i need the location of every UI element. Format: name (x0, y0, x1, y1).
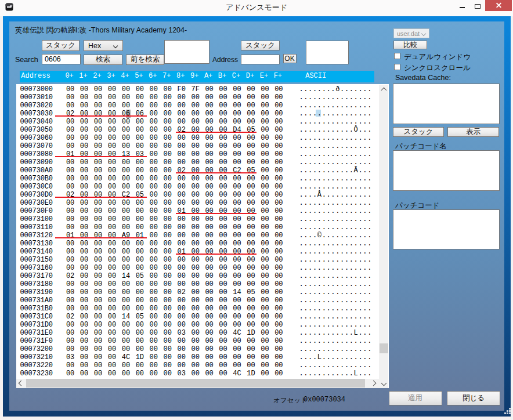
hex-byte[interactable]: 05 (136, 313, 144, 321)
hex-byte[interactable]: 00 (191, 370, 199, 378)
hex-byte[interactable]: 05 (247, 288, 255, 296)
resize-grip-icon[interactable] (504, 408, 511, 415)
hex-byte[interactable]: 00 (178, 361, 186, 370)
hex-byte[interactable]: 00 (191, 337, 199, 345)
hex-byte[interactable]: 00 (274, 288, 283, 296)
hex-byte[interactable]: 00 (80, 370, 88, 378)
hex-byte[interactable]: 00 (247, 305, 255, 313)
hex-byte[interactable]: 00 (108, 296, 116, 305)
hex-byte[interactable]: 00 (164, 321, 172, 329)
hex-byte[interactable]: 00 (80, 207, 88, 215)
hex-byte[interactable]: 03 (66, 353, 74, 361)
hex-byte[interactable]: 00 (219, 288, 227, 296)
hex-byte[interactable]: 00 (150, 134, 158, 142)
hex-byte[interactable]: 00 (219, 142, 227, 150)
hex-byte[interactable]: 00 (274, 337, 283, 345)
hex-byte[interactable]: 00 (94, 223, 102, 231)
hex-byte[interactable]: 00 (108, 158, 116, 166)
hex-byte[interactable]: 00 (233, 240, 241, 248)
hex-byte[interactable]: 00 (247, 158, 255, 166)
hex-byte[interactable]: 00 (178, 353, 186, 361)
hex-byte[interactable]: 00 (150, 142, 158, 150)
hex-byte[interactable]: 00 (261, 248, 269, 256)
hex-byte[interactable]: 00 (178, 191, 186, 199)
hex-byte[interactable]: 00 (261, 126, 269, 134)
hex-byte[interactable]: 00 (136, 240, 144, 248)
hex-row[interactable]: 000730C000000000000000000000000000000000… (16, 183, 389, 191)
hex-byte[interactable]: 00 (136, 361, 144, 370)
hex-byte[interactable]: 00 (150, 207, 158, 215)
hex-byte[interactable]: 00 (136, 329, 144, 337)
hex-row[interactable]: 0007316000000000000000000000000000000000… (16, 264, 389, 272)
hex-row[interactable]: 000730B000000000000000000000000000000000… (16, 175, 389, 183)
hex-byte[interactable]: 00 (178, 223, 186, 231)
hex-byte[interactable]: 00 (274, 175, 283, 183)
hex-byte[interactable]: 00 (274, 305, 283, 313)
hex-byte[interactable]: 00 (191, 110, 199, 118)
hex-byte[interactable]: 00 (274, 134, 283, 142)
hex-byte[interactable]: 00 (178, 280, 186, 288)
hex-byte[interactable]: 00 (164, 183, 172, 191)
hex-byte[interactable]: 00 (274, 110, 283, 118)
hex-row[interactable]: 0007302000000000000000000000000000000000… (16, 102, 389, 110)
hex-byte[interactable]: 00 (191, 142, 199, 150)
hex-byte[interactable]: 00 (136, 256, 144, 264)
hex-byte[interactable]: 00 (66, 256, 74, 264)
hex-byte[interactable]: 00 (94, 305, 102, 313)
hex-byte[interactable]: 00 (233, 313, 241, 321)
hex-byte[interactable]: 00 (108, 248, 116, 256)
show-button[interactable]: 表示 (447, 127, 499, 137)
hex-byte[interactable]: 00 (233, 183, 241, 191)
hex-byte[interactable]: 00 (178, 215, 186, 223)
close-dialog-button[interactable]: 閉じる (447, 391, 500, 405)
hex-byte[interactable]: 00 (219, 264, 227, 272)
hex-byte[interactable]: 00 (150, 264, 158, 272)
hex-byte[interactable]: 00 (219, 102, 227, 110)
hex-byte[interactable]: 00 (247, 321, 255, 329)
close-button[interactable] (485, 0, 512, 11)
hex-byte[interactable]: 00 (94, 142, 102, 150)
hex-byte[interactable]: 7F (191, 85, 199, 93)
hex-byte[interactable]: 00 (261, 256, 269, 264)
hex-byte[interactable]: 00 (274, 199, 283, 207)
hex-byte[interactable]: 00 (205, 223, 213, 231)
hex-byte[interactable]: 00 (219, 158, 227, 166)
hex-byte[interactable]: 00 (66, 166, 74, 175)
hex-byte[interactable]: 00 (94, 199, 102, 207)
hex-byte[interactable]: 00 (164, 102, 172, 110)
hex-byte[interactable]: 00 (136, 142, 144, 150)
hex-byte[interactable]: 00 (261, 207, 269, 215)
hex-grid[interactable]: 000730000000000000000000F07F000000000000… (16, 84, 389, 388)
hex-byte[interactable]: 00 (233, 134, 241, 142)
hex-byte[interactable]: 00 (233, 264, 241, 272)
hex-byte[interactable]: 00 (219, 321, 227, 329)
hex-byte[interactable]: 00 (136, 296, 144, 305)
search-type-select[interactable]: Hex (84, 40, 123, 51)
hex-byte[interactable]: 00 (178, 134, 186, 142)
hex-byte[interactable]: 00 (164, 134, 172, 142)
hex-byte[interactable]: 00 (94, 370, 102, 378)
hex-byte[interactable]: 00 (178, 264, 186, 272)
hex-byte[interactable]: 00 (150, 191, 158, 199)
hex-byte[interactable]: 00 (191, 199, 199, 207)
hex-byte[interactable]: 00 (164, 142, 172, 150)
hex-byte[interactable]: 00 (191, 305, 199, 313)
hex-byte[interactable]: 00 (233, 93, 241, 102)
search-button[interactable]: 検索 (84, 55, 122, 65)
hex-byte[interactable]: 00 (164, 158, 172, 166)
hex-byte[interactable]: 00 (205, 215, 213, 223)
hex-byte[interactable]: 00 (261, 158, 269, 166)
hex-byte[interactable]: 00 (274, 248, 283, 256)
hex-byte[interactable]: 00 (80, 280, 88, 288)
hex-byte[interactable]: 00 (66, 288, 74, 296)
hex-byte[interactable]: 00 (191, 264, 199, 272)
hex-row[interactable]: 0007317002000000140500000000000000000000… (16, 272, 389, 280)
hex-byte[interactable]: 00 (108, 102, 116, 110)
hex-byte[interactable]: 00 (261, 191, 269, 199)
hex-byte[interactable]: 00 (122, 134, 130, 142)
hex-byte[interactable]: 00 (191, 118, 199, 126)
hex-byte[interactable]: 00 (122, 280, 130, 288)
hex-byte[interactable]: 00 (94, 240, 102, 248)
hex-byte[interactable]: 00 (205, 142, 213, 150)
hex-byte[interactable]: 00 (66, 337, 74, 345)
